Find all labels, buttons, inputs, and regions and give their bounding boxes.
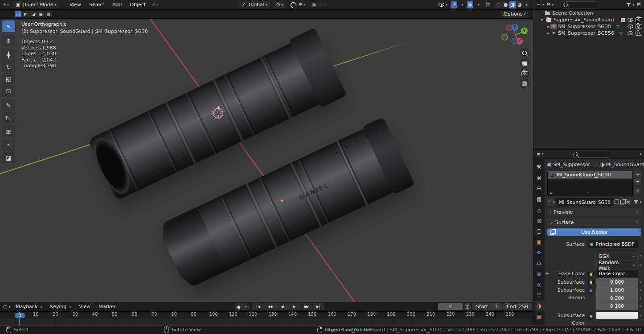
- rotate-tool[interactable]: ↻: [2, 61, 15, 73]
- next-keyframe-button[interactable]: ◆▶: [300, 303, 312, 310]
- menu-keying[interactable]: Keying ▾: [46, 304, 75, 310]
- shading-material-preview-button[interactable]: ◑: [509, 1, 516, 8]
- disclosure-triangle-icon[interactable]: ▼: [540, 18, 544, 22]
- radius-x-slider[interactable]: 1.000: [596, 286, 638, 294]
- auto-keying-toggle[interactable]: ●: [235, 303, 243, 310]
- proportional-editing-toggle[interactable]: ◎: [311, 1, 318, 8]
- disable-in-renders-icon[interactable]: [636, 31, 642, 36]
- radius-z-slider[interactable]: 0.100: [596, 302, 638, 310]
- outliner-search-input[interactable]: [560, 1, 599, 8]
- menu-add[interactable]: Add: [108, 2, 126, 8]
- 3d-cursor[interactable]: [213, 109, 223, 118]
- gizmo-x-negative[interactable]: [507, 25, 512, 30]
- render-tab[interactable]: ◉: [533, 172, 545, 183]
- surface-shader-field[interactable]: Principled BSDF: [587, 240, 638, 248]
- tool-tab[interactable]: ⚒: [533, 162, 545, 172]
- transform-orientation-dropdown[interactable]: ∠ Global ▾: [239, 1, 270, 8]
- menu-marker[interactable]: Marker: [94, 304, 119, 310]
- outliner-display-mode-dropdown[interactable]: ⊟▾: [545, 1, 555, 8]
- collection-tab[interactable]: ▢: [533, 226, 545, 236]
- prev-keyframe-button[interactable]: ◀◆: [264, 303, 276, 310]
- output-tab[interactable]: ⊟: [533, 183, 545, 194]
- fillet-tool[interactable]: ◝: [2, 140, 15, 151]
- disclosure-triangle-icon[interactable]: ▶: [546, 25, 550, 29]
- pivot-point-dropdown[interactable]: ⊙▾: [274, 1, 285, 8]
- subsurface-value-slider[interactable]: 0.000: [596, 278, 638, 286]
- use-preview-range-toggle[interactable]: ◷: [464, 303, 471, 310]
- gizmo-dropdown[interactable]: ▾: [459, 1, 465, 8]
- proportional-falloff-dropdown[interactable]: ∿▾: [317, 1, 327, 8]
- surface-panel-header[interactable]: ⌄ Surface ∷: [547, 219, 641, 226]
- world-tab[interactable]: ◍: [533, 215, 545, 226]
- select-mode-subtract[interactable]: ◪: [30, 11, 37, 17]
- hide-in-viewport-icon[interactable]: [628, 31, 633, 35]
- gizmo-y-negative[interactable]: [502, 35, 507, 40]
- constraints-tab[interactable]: ◎: [533, 279, 545, 290]
- gizmo-z-negative[interactable]: [512, 39, 517, 44]
- overlays-dropdown[interactable]: ▾: [475, 1, 481, 8]
- breadcrumb-material[interactable]: MI_SoundGuard...: [606, 162, 644, 167]
- base-color-field[interactable]: Base Color: [596, 270, 638, 277]
- breadcrumb-object[interactable]: SM_Suppressor...: [553, 162, 594, 167]
- select-mode-extend[interactable]: ◩: [22, 11, 29, 17]
- subsurface-socket[interactable]: [587, 279, 595, 286]
- material-filter-dropdown[interactable]: ▾: [634, 199, 642, 205]
- shading-dropdown[interactable]: ▾: [523, 1, 529, 8]
- toggle-orthographic-button[interactable]: ▦: [520, 78, 529, 88]
- slot-specials-dropdown[interactable]: ▾: [634, 188, 641, 194]
- menu-playback[interactable]: Playback ▾: [12, 304, 46, 310]
- physics-tab[interactable]: ⊚: [533, 269, 545, 279]
- cursor-tool[interactable]: ⊕: [2, 35, 15, 46]
- resize-grip[interactable]: ∷: [587, 191, 589, 196]
- scene-tab[interactable]: ◬: [533, 204, 545, 215]
- move-view-button[interactable]: [520, 58, 529, 68]
- timeline-track[interactable]: [0, 319, 533, 325]
- object-visibility-dropdown[interactable]: ▾: [437, 1, 449, 8]
- move-tool[interactable]: ╋: [2, 49, 15, 61]
- disclosure-triangle-icon[interactable]: ▶: [546, 32, 550, 35]
- texture-tab[interactable]: ▦: [533, 311, 545, 322]
- expand-icon[interactable]: ▶: [546, 270, 551, 277]
- zoom-view-button[interactable]: [520, 48, 529, 58]
- jump-to-end-button[interactable]: ▶|: [312, 303, 324, 310]
- particles-tab[interactable]: ⁂: [533, 258, 545, 269]
- data-tab[interactable]: ▽: [533, 290, 545, 301]
- menu-select[interactable]: Select: [85, 2, 108, 8]
- object-tab[interactable]: ▣: [533, 236, 545, 247]
- unlink-material-button[interactable]: ×: [626, 199, 631, 205]
- options-dropdown[interactable]: Options▾: [500, 11, 529, 18]
- gizmo-x-positive[interactable]: X: [516, 38, 523, 45]
- 3d-viewport[interactable]: DANIEL User Orthographic (2) Suppressor_…: [0, 19, 533, 302]
- current-frame-field[interactable]: 2: [438, 303, 463, 310]
- preview-panel-header[interactable]: › Preview ∷: [547, 208, 641, 216]
- sss-color-socket[interactable]: [587, 313, 595, 320]
- properties-options-dropdown[interactable]: ▾: [640, 152, 641, 156]
- view-layer-tab[interactable]: ▤: [533, 194, 545, 204]
- auto-keying-dropdown[interactable]: ▾: [243, 303, 249, 310]
- sss-method-dropdown[interactable]: Random Walk ▾: [595, 261, 638, 269]
- material-name-field[interactable]: MI_SoundGuard_SG30: [556, 198, 613, 206]
- camera-view-button[interactable]: [520, 69, 529, 78]
- menu-view[interactable]: View: [66, 2, 85, 8]
- xray-toggle[interactable]: ◫: [484, 1, 492, 8]
- select-mode-invert[interactable]: ▣: [37, 11, 44, 17]
- shading-wireframe-button[interactable]: ◌: [495, 1, 502, 8]
- measure-tool[interactable]: ◺: [2, 111, 15, 123]
- shading-solid-button[interactable]: ●: [502, 1, 509, 8]
- disable-in-renders-icon[interactable]: [636, 17, 642, 22]
- radius-y-slider[interactable]: 0.200: [596, 294, 638, 302]
- base-color-socket[interactable]: [587, 271, 595, 278]
- select-mode-set[interactable]: ▢: [15, 11, 21, 17]
- timeline-editor-type-button[interactable]: ◷▾: [2, 303, 12, 310]
- hide-in-viewport-icon[interactable]: [628, 24, 633, 29]
- remove-slot-button[interactable]: −: [634, 178, 641, 185]
- collection-checkbox[interactable]: ✓: [621, 18, 625, 22]
- current-frame-marker[interactable]: 2: [15, 313, 25, 318]
- annotate-tool[interactable]: ✎: [2, 99, 15, 111]
- show-gizmo-toggle[interactable]: ↗: [451, 1, 457, 8]
- add-cube-tool[interactable]: ⊞: [2, 126, 15, 137]
- material-slot-list[interactable]: MI_SoundGuard_SG30 ▶ ∷: [547, 171, 633, 196]
- select-box-tool[interactable]: ↖: [2, 20, 15, 32]
- play-reverse-button[interactable]: ◀: [276, 303, 288, 310]
- properties-editor-type-button[interactable]: ≡▾: [535, 151, 545, 158]
